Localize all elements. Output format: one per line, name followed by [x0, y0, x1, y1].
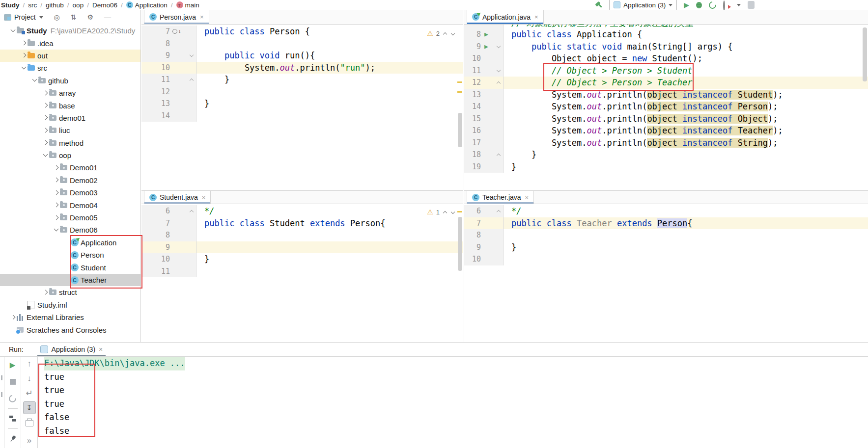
- clipped-toolbar-icon[interactable]: [748, 1, 755, 9]
- settings-icon[interactable]: ⚙: [87, 13, 94, 21]
- fold-marker-icon[interactable]: [497, 80, 501, 84]
- fold-marker-icon[interactable]: [190, 209, 194, 213]
- gutter[interactable]: 12: [464, 77, 504, 89]
- editor-person[interactable]: 7↓public class Person {89 public void ru…: [141, 25, 463, 190]
- gutter[interactable]: 16: [464, 125, 504, 137]
- stop-icon[interactable]: [4, 373, 21, 390]
- tree-item-out[interactable]: out: [0, 50, 140, 62]
- code-line[interactable]: 17 System.out.println(object instanceof …: [464, 137, 868, 149]
- tree-item--idea[interactable]: .idea: [0, 37, 140, 49]
- fold-marker-icon[interactable]: [497, 45, 501, 49]
- next-warning-icon[interactable]: [450, 210, 455, 214]
- gutter[interactable]: 7: [464, 217, 504, 230]
- tree-item-demo01[interactable]: demo01: [0, 112, 140, 124]
- code-line[interactable]: 11: [141, 265, 463, 278]
- code-line[interactable]: 9}: [464, 241, 868, 254]
- override-gutter-icon[interactable]: ↓: [172, 26, 181, 38]
- project-view-chevron-icon[interactable]: [39, 16, 43, 19]
- code-line[interactable]: 15 System.out.println(object instanceof …: [464, 113, 868, 125]
- fold-marker-icon[interactable]: [190, 53, 194, 57]
- gutter[interactable]: 12: [141, 86, 196, 98]
- tree-item-external-libraries[interactable]: External Libraries: [0, 311, 140, 323]
- rerun-failed-icon[interactable]: [4, 390, 21, 407]
- tree-item-demo03[interactable]: Demo03: [0, 186, 140, 199]
- gutter[interactable]: 19: [464, 161, 504, 173]
- code-line[interactable]: 14: [141, 110, 463, 122]
- close-icon[interactable]: ×: [99, 345, 103, 353]
- chevron-right-icon[interactable]: [42, 102, 49, 109]
- code-line[interactable]: 18 }: [464, 149, 868, 161]
- code-line[interactable]: 6*/: [141, 205, 463, 217]
- debug-button[interactable]: [696, 2, 702, 8]
- chevron-right-icon[interactable]: [53, 202, 60, 209]
- tree-item-base[interactable]: base: [0, 99, 140, 111]
- coverage-button[interactable]: [707, 0, 718, 10]
- gutter[interactable]: 17: [464, 137, 504, 149]
- gutter[interactable]: 9: [141, 241, 196, 254]
- gutter[interactable]: 8: [141, 38, 196, 50]
- locate-icon[interactable]: ◎: [54, 13, 60, 21]
- tree-item-demo05[interactable]: Demo05: [0, 211, 140, 224]
- chevron-right-icon[interactable]: [21, 52, 28, 59]
- gutter[interactable]: 8▶: [464, 28, 504, 41]
- print-icon[interactable]: [21, 415, 37, 430]
- breadcrumb-item-src[interactable]: src: [28, 1, 37, 9]
- code-line[interactable]: 7public class Teacher extends Person{: [464, 217, 868, 230]
- gutter[interactable]: 13: [141, 98, 196, 110]
- profiler-button[interactable]: [723, 1, 730, 8]
- hide-icon[interactable]: —: [104, 13, 111, 21]
- rerun-icon[interactable]: ▶: [4, 357, 21, 373]
- code-line[interactable]: 7↓public class Person {: [141, 26, 463, 38]
- gutter[interactable]: 10: [464, 53, 504, 65]
- tree-item-study[interactable]: StudyF:\java\IDEA2020.2\Study: [0, 25, 140, 37]
- run-button[interactable]: ▶: [684, 1, 689, 8]
- gutter[interactable]: 9: [464, 241, 504, 254]
- breadcrumb-item-oop[interactable]: oop: [73, 1, 84, 9]
- gutter[interactable]: 18: [464, 149, 504, 161]
- chevron-right-icon[interactable]: [42, 139, 49, 146]
- code-line[interactable]: 11 }: [141, 74, 463, 86]
- code-line[interactable]: 16 System.out.println(object instanceof …: [464, 125, 868, 137]
- scrollbar-thumb[interactable]: [458, 217, 462, 271]
- breadcrumb-item-github[interactable]: github: [46, 1, 64, 9]
- up-icon[interactable]: ↑: [21, 357, 37, 371]
- fold-marker-icon[interactable]: [497, 153, 501, 157]
- code-line[interactable]: 8▶public class Application {: [464, 28, 868, 41]
- code-line[interactable]: 14 System.out.println(object instanceof …: [464, 101, 868, 113]
- chevron-right-icon[interactable]: [42, 114, 49, 121]
- chevron-down-icon[interactable]: [21, 65, 28, 72]
- chevron-down-icon[interactable]: [31, 77, 38, 84]
- gutter[interactable]: 6: [464, 205, 504, 217]
- code-line[interactable]: 10: [464, 253, 868, 265]
- tree-item-oop[interactable]: oop: [0, 149, 140, 161]
- code-line[interactable]: 10 System.out.println("run");: [141, 62, 463, 74]
- gutter[interactable]: 11: [141, 265, 196, 278]
- gutter[interactable]: 10: [464, 253, 504, 265]
- close-icon[interactable]: ×: [525, 194, 529, 201]
- code-line[interactable]: 12: [141, 86, 463, 98]
- inspection-widget[interactable]: ⚠ 1: [427, 208, 455, 216]
- prev-warning-icon[interactable]: [443, 31, 448, 36]
- collapse-all-icon[interactable]: ⇅: [71, 13, 77, 21]
- gutter[interactable]: 10: [141, 253, 196, 265]
- code-line[interactable]: 7public class Student extends Person{: [141, 217, 463, 230]
- editor-student[interactable]: 6*/7public class Student extends Person{…: [141, 204, 463, 342]
- more-icon[interactable]: »: [21, 433, 37, 448]
- chevron-right-icon[interactable]: [42, 127, 49, 134]
- close-icon[interactable]: ×: [202, 194, 206, 201]
- scrollbar-thumb[interactable]: [458, 113, 462, 147]
- chevron-right-icon[interactable]: [42, 90, 49, 97]
- profiler-chevron-icon[interactable]: [737, 4, 741, 6]
- tree-item-github[interactable]: github: [0, 75, 140, 87]
- pin-icon[interactable]: [4, 430, 21, 447]
- run-tab[interactable]: Application (3) ×: [37, 343, 106, 356]
- fold-marker-icon[interactable]: [497, 69, 501, 73]
- chevron-down-icon[interactable]: [10, 27, 17, 34]
- breadcrumb-item-main[interactable]: mmain: [176, 1, 199, 9]
- tree-item-array[interactable]: array: [0, 87, 140, 99]
- tree-item-liuc[interactable]: liuc: [0, 124, 140, 136]
- gutter[interactable]: 8: [464, 229, 504, 241]
- close-icon[interactable]: ×: [200, 13, 204, 21]
- project-panel-title[interactable]: Project: [14, 13, 36, 21]
- code-line[interactable]: 9: [141, 241, 463, 254]
